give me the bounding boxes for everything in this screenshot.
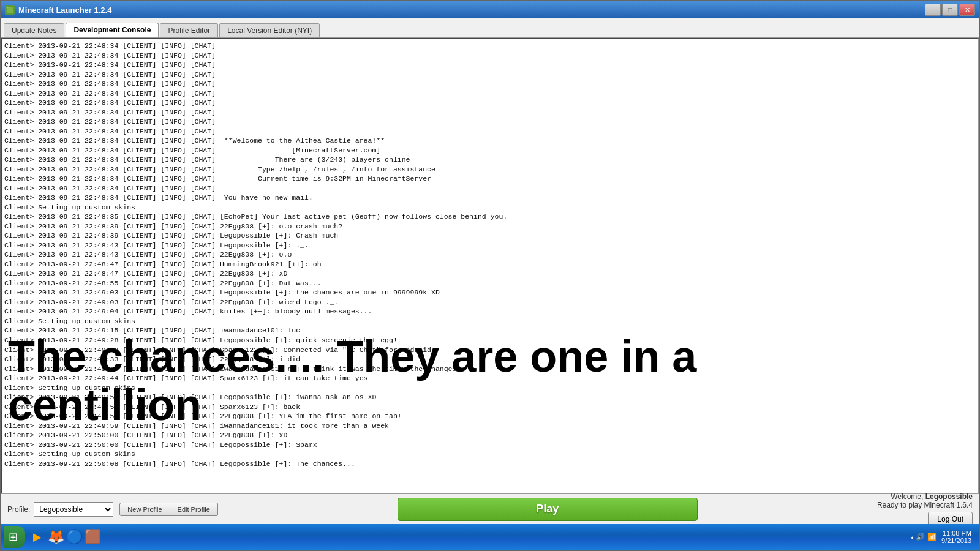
tray-icons: 🔊 bbox=[916, 533, 925, 541]
tab-local-version-editor[interactable]: Local Version Editor (NYI) bbox=[219, 23, 320, 37]
profile-label: Profile: bbox=[7, 505, 30, 514]
start-button[interactable]: ⊞ bbox=[4, 526, 25, 548]
app-icon: 🟩 bbox=[5, 5, 15, 15]
welcome-section: Welcome, Legopossible Ready to play Mine… bbox=[877, 492, 973, 527]
new-profile-button[interactable]: New Profile bbox=[119, 503, 170, 516]
play-btn-container: Play bbox=[224, 498, 871, 521]
clock-date: 9/21/2013 bbox=[941, 537, 971, 544]
edit-profile-button[interactable]: Edit Profile bbox=[170, 503, 218, 516]
tray-network: 📶 bbox=[927, 533, 937, 541]
system-tray: ◂ 🔊 📶 bbox=[910, 533, 937, 541]
app-title: Minecraft Launcher 1.2.4 bbox=[18, 6, 111, 15]
console-area[interactable]: Client> 2013-09-21 22:48:34 [CLIENT] [IN… bbox=[1, 38, 979, 493]
start-icon: ⊞ bbox=[9, 530, 18, 544]
restore-button[interactable]: □ bbox=[942, 4, 958, 16]
app-window: 🟩 Minecraft Launcher 1.2.4 ─ □ ✕ Update … bbox=[0, 0, 980, 551]
tab-profile-editor[interactable]: Profile Editor bbox=[160, 23, 218, 37]
play-button[interactable]: Play bbox=[398, 498, 698, 521]
title-bar: 🟩 Minecraft Launcher 1.2.4 ─ □ ✕ bbox=[1, 1, 979, 18]
close-button[interactable]: ✕ bbox=[959, 4, 975, 16]
taskbar-icon-firefox[interactable]: 🦊 bbox=[47, 528, 64, 545]
clock-time: 11:08 PM bbox=[941, 530, 971, 537]
taskbar: ⊞ ▶ 🦊 🔵 🟫 ◂ 🔊 📶 11:08 PM 9/21/2013 bbox=[1, 524, 979, 550]
title-bar-controls: ─ □ ✕ bbox=[925, 4, 975, 16]
tab-dev-console[interactable]: Development Console bbox=[66, 23, 159, 37]
console-content: Client> 2013-09-21 22:48:34 [CLIENT] [IN… bbox=[4, 41, 976, 468]
menu-bar: Update Notes Development Console Profile… bbox=[1, 18, 979, 38]
tray-arrow[interactable]: ◂ bbox=[910, 534, 913, 541]
minimize-button[interactable]: ─ bbox=[925, 4, 941, 16]
taskbar-right: ◂ 🔊 📶 11:08 PM 9/21/2013 bbox=[910, 530, 976, 544]
title-bar-left: 🟩 Minecraft Launcher 1.2.4 bbox=[5, 5, 111, 15]
clock[interactable]: 11:08 PM 9/21/2013 bbox=[941, 530, 971, 544]
taskbar-icon-minecraft[interactable]: 🟫 bbox=[84, 528, 101, 545]
tab-update-notes[interactable]: Update Notes bbox=[4, 23, 64, 37]
profile-buttons: New Profile Edit Profile bbox=[119, 503, 217, 516]
profile-select[interactable]: Legopossible bbox=[34, 502, 113, 517]
ready-text: Ready to play Minecraft 1.6.4 bbox=[877, 501, 973, 509]
profile-section: Profile: Legopossible bbox=[7, 502, 113, 517]
taskbar-icon-chrome[interactable]: 🔵 bbox=[66, 528, 83, 545]
bottom-bar: Profile: Legopossible New Profile Edit P… bbox=[1, 493, 979, 524]
taskbar-icon-winamp[interactable]: ▶ bbox=[29, 528, 46, 545]
